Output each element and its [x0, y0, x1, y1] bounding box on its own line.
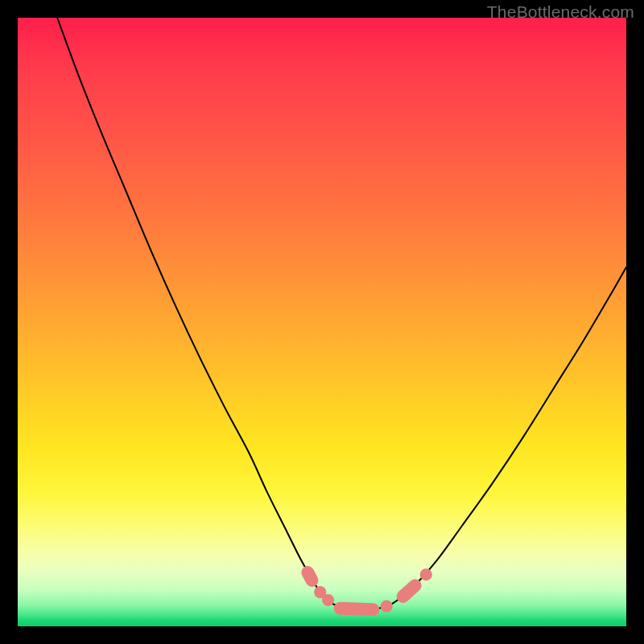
- marker-dot: [420, 568, 432, 580]
- marker-capsule: [333, 602, 379, 617]
- bottleneck-curve: [57, 18, 626, 610]
- chart-svg: [0, 0, 644, 644]
- marker-dot: [322, 594, 334, 606]
- valley-markers: [299, 564, 431, 616]
- attribution-label: TheBottleneck.com: [487, 2, 634, 22]
- curve-path: [57, 18, 626, 610]
- marker-dot: [381, 600, 393, 612]
- svg-rect-0: [299, 564, 320, 588]
- marker-capsule: [299, 564, 320, 588]
- chart-frame: TheBottleneck.com: [0, 0, 644, 644]
- svg-rect-1: [333, 602, 379, 617]
